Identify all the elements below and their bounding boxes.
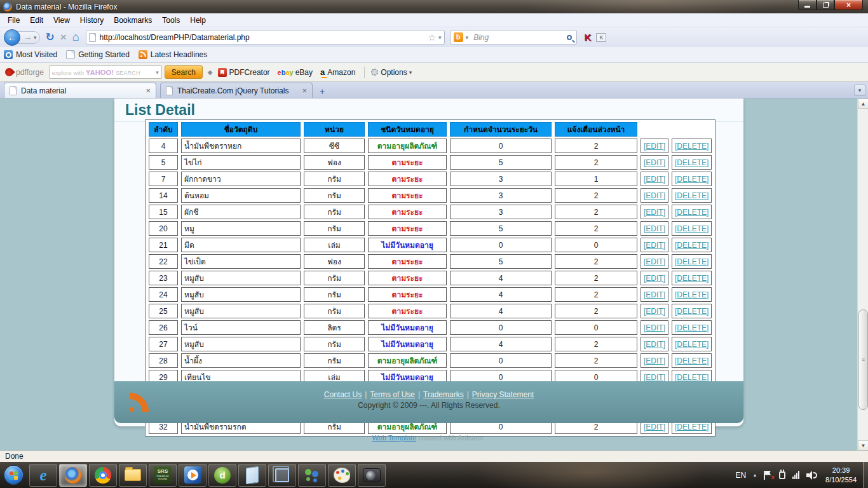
new-tab-button[interactable]: +	[315, 85, 329, 98]
bookmark-getting-started[interactable]: Getting Started	[66, 50, 130, 59]
network-signal-icon[interactable]	[792, 471, 799, 479]
menu-tools[interactable]: Tools	[157, 14, 185, 27]
delete-link[interactable]: [DELETE]	[675, 241, 709, 250]
delete-link[interactable]: [DELETE]	[675, 323, 709, 332]
edit-link[interactable]: [EDIT]	[644, 241, 665, 250]
footer-link-contact-us[interactable]: Contact Us	[324, 390, 362, 399]
taskbar-chrome[interactable]	[89, 464, 117, 487]
edit-link[interactable]: [EDIT]	[644, 290, 665, 299]
delete-link[interactable]: [DELETE]	[675, 224, 709, 233]
ebay-button[interactable]: ebay eBay	[278, 68, 313, 77]
stop-button[interactable]: ×	[60, 31, 67, 44]
kaspersky-icon[interactable]: K	[585, 32, 592, 43]
tab-thaicreate[interactable]: ThaiCreate.Com jQuery Tutorials ×	[160, 83, 313, 98]
edit-link[interactable]: [EDIT]	[644, 208, 665, 217]
tab-close-icon[interactable]: ×	[146, 86, 151, 95]
url-dropdown-icon[interactable]: ▾	[438, 34, 442, 41]
taskbar-cube-app[interactable]	[268, 464, 296, 487]
menu-file[interactable]: File	[3, 14, 25, 27]
delete-link[interactable]: [DELETE]	[675, 208, 709, 217]
taskbar-internet-explorer[interactable]: e	[29, 464, 57, 487]
taskbar-paint-app[interactable]	[328, 464, 356, 487]
k-window-icon[interactable]: K	[596, 33, 606, 42]
vertical-scrollbar[interactable]: ▲ ≡ ▼	[857, 98, 868, 451]
search-magnifier-icon[interactable]	[567, 35, 572, 40]
amazon-button[interactable]: a Amazon	[320, 67, 355, 77]
bookmark-most-visited[interactable]: Most Visited	[4, 50, 57, 59]
home-button[interactable]: ⌂	[72, 30, 79, 44]
yahoo-search-button[interactable]: Search	[165, 65, 203, 79]
start-button[interactable]	[4, 465, 24, 485]
delete-link[interactable]: [DELETE]	[675, 158, 709, 167]
bookmark-star-icon[interactable]: ☆	[428, 32, 437, 43]
tab-close-icon[interactable]: ×	[302, 86, 307, 95]
taskbar-camera-app[interactable]	[358, 464, 386, 487]
delete-link[interactable]: [DELETE]	[675, 340, 709, 349]
delete-link[interactable]: [DELETE]	[675, 175, 709, 184]
delete-link[interactable]: [DELETE]	[675, 142, 709, 151]
delete-link[interactable]: [DELETE]	[675, 274, 709, 283]
delete-link[interactable]: [DELETE]	[675, 257, 709, 266]
volume-icon[interactable]	[806, 471, 817, 480]
edit-link[interactable]: [EDIT]	[644, 175, 665, 184]
delete-link[interactable]: [DELETE]	[675, 373, 709, 382]
url-bar[interactable]: http://localhost/DreamPHP/Datamaterial.p…	[86, 30, 445, 44]
search-placeholder[interactable]: Bing	[473, 33, 566, 42]
menu-bookmarks[interactable]: Bookmarks	[109, 14, 157, 27]
action-center-flag-icon[interactable]: ×	[764, 471, 772, 480]
delete-link[interactable]: [DELETE]	[675, 307, 709, 316]
taskbar-srs-premium-sound[interactable]: SRSPREMIUM SOUND	[149, 464, 177, 487]
yahoo-search-input[interactable]: explore with YAHOO! SEARCH ▾	[49, 65, 162, 79]
edit-link[interactable]: [EDIT]	[644, 307, 665, 316]
menu-edit[interactable]: Edit	[25, 14, 48, 27]
footer-link-privacy-statement[interactable]: Privacy Statement	[472, 390, 534, 399]
taskbar-firefox[interactable]	[59, 464, 87, 487]
search-engine-dropdown-icon[interactable]: ▾	[466, 34, 469, 41]
close-button[interactable]: ×	[834, 0, 863, 10]
power-plug-icon[interactable]	[779, 471, 785, 479]
menu-history[interactable]: History	[75, 14, 109, 27]
taskbar-media-player[interactable]	[179, 464, 207, 487]
delete-link[interactable]: [DELETE]	[675, 191, 709, 200]
web-template-link[interactable]: Web Template	[372, 434, 416, 442]
show-desktop-button[interactable]	[863, 462, 868, 488]
scrollbar-thumb[interactable]: ≡	[858, 309, 868, 410]
language-indicator[interactable]: EN	[735, 471, 746, 480]
edit-link[interactable]: [EDIT]	[644, 257, 665, 266]
menu-help[interactable]: Help	[185, 14, 211, 27]
taskbar-gallery-app[interactable]	[238, 464, 266, 487]
footer-link-trademarks[interactable]: Trademarks	[423, 390, 464, 399]
minimize-button[interactable]	[798, 0, 817, 10]
restore-button[interactable]	[817, 0, 834, 10]
footer-link-terms-of-use[interactable]: Terms of Use	[370, 390, 415, 399]
edit-link[interactable]: [EDIT]	[644, 224, 665, 233]
edit-link[interactable]: [EDIT]	[644, 274, 665, 283]
taskbar-explorer[interactable]	[119, 464, 147, 487]
delete-link[interactable]: [DELETE]	[675, 290, 709, 299]
pdfcreator-button[interactable]: PDFCreator	[218, 68, 270, 77]
forward-button[interactable]: →	[24, 32, 32, 42]
search-bar[interactable]: b ▾ Bing	[450, 30, 577, 44]
tab-data-material[interactable]: Data material ×	[4, 83, 156, 98]
hidden-icons-icon[interactable]: ▴	[754, 472, 756, 478]
edit-link[interactable]: [EDIT]	[644, 142, 665, 151]
list-all-tabs-icon[interactable]: ▾	[854, 85, 865, 96]
edit-link[interactable]: [EDIT]	[644, 340, 665, 349]
delete-link[interactable]: [DELETE]	[675, 423, 709, 431]
scroll-up-icon[interactable]: ▲	[858, 98, 868, 109]
scroll-down-icon[interactable]: ▼	[858, 440, 868, 451]
edit-link[interactable]: [EDIT]	[644, 423, 665, 431]
taskbar-clock[interactable]: 20:39 8/10/2554	[825, 466, 857, 485]
edit-link[interactable]: [EDIT]	[644, 356, 665, 365]
menu-view[interactable]: View	[48, 14, 75, 27]
edit-link[interactable]: [EDIT]	[644, 373, 665, 382]
yahoo-search-dropdown-icon[interactable]: ▾	[156, 69, 159, 76]
taskbar-daemon-tools[interactable]: d	[208, 464, 236, 487]
back-button[interactable]: ←	[4, 29, 20, 46]
refresh-button[interactable]: ↻	[46, 30, 55, 44]
taskbar-messenger[interactable]	[298, 464, 326, 487]
url-text[interactable]: http://localhost/DreamPHP/Datamaterial.p…	[100, 33, 428, 42]
bookmark-latest-headlines[interactable]: Latest Headlines	[139, 50, 207, 59]
edit-link[interactable]: [EDIT]	[644, 323, 665, 332]
history-dropdown-icon[interactable]: ▾	[34, 34, 37, 41]
